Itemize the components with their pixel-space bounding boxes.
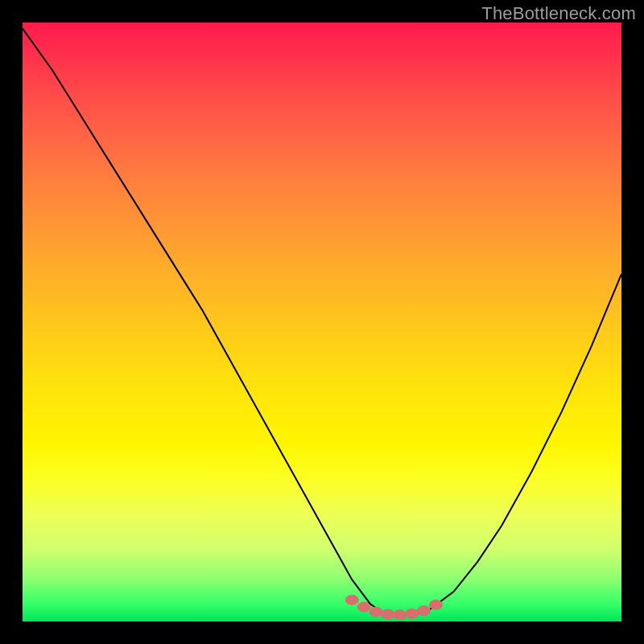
marker-point [406,609,419,618]
marker-point [418,606,431,616]
curve-line [23,28,621,615]
marker-point [382,609,394,619]
marker-point [345,595,358,605]
bottleneck-curve [23,23,621,621]
chart-frame: TheBottleneck.com [0,0,644,644]
marker-point [357,602,370,612]
watermark: TheBottleneck.com [481,3,636,24]
marker-point [369,607,382,617]
marker-point [394,610,407,620]
bottom-markers [345,595,442,620]
plot-area [23,23,621,621]
marker-point [429,600,442,609]
